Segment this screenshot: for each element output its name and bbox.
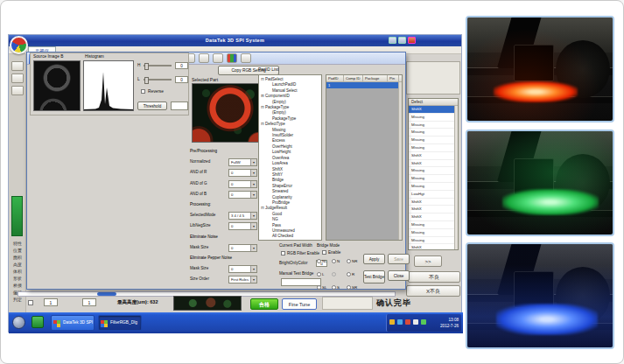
- h-slider[interactable]: [144, 65, 172, 66]
- rgb-filter-enable-option[interactable]: RGB Filter Enable: [281, 251, 319, 256]
- tray-icon[interactable]: [413, 319, 418, 325]
- bridge-direction-radio[interactable]: NL: [317, 259, 332, 263]
- pad-table-row[interactable]: 1: [326, 82, 402, 88]
- defect-row[interactable]: Missing: [409, 175, 458, 183]
- param-select[interactable]: First Rules: [228, 276, 257, 284]
- h-slider-thumb[interactable]: [144, 63, 149, 70]
- defect-row[interactable]: ShiftX: [409, 199, 458, 206]
- bridge-direction-radio[interactable]: NR: [347, 259, 361, 263]
- defect-row[interactable]: Missing: [409, 144, 458, 152]
- palette-icon[interactable]: [227, 53, 237, 63]
- start-button[interactable]: [12, 316, 25, 329]
- save-button[interactable]: Save: [388, 254, 410, 264]
- bridge-direction-radio[interactable]: R: [347, 272, 361, 276]
- bridge-enable-option[interactable]: Enable: [322, 250, 340, 255]
- tree-item-label: (Empty): [272, 100, 286, 104]
- apply-button[interactable]: Apply: [363, 254, 385, 264]
- pad-table-scrollbar[interactable]: [398, 82, 402, 240]
- param-select[interactable]: 0: [228, 169, 257, 177]
- reverse-option[interactable]: Reverse: [141, 89, 190, 94]
- l-value[interactable]: 0: [175, 76, 188, 83]
- maximize-button[interactable]: [398, 37, 406, 44]
- bridge-direction-radio[interactable]: N: [332, 259, 347, 263]
- status-row: 1 1 最高高度(um): 632 合格 Fine Tune 确认完毕: [9, 298, 463, 312]
- taskbar-clock: 13:08 2012-7-26: [440, 317, 459, 329]
- defect-row[interactable]: Missing: [409, 221, 458, 229]
- taskbar-item-spi[interactable]: DataTek 3D SPI ...: [51, 315, 95, 331]
- defect-row[interactable]: ShiftX: [409, 206, 458, 214]
- threshold-value[interactable]: [171, 102, 188, 110]
- h-value[interactable]: 0: [175, 62, 188, 69]
- tree-item-label: PackageType: [272, 116, 296, 121]
- defect-scrollbar[interactable]: [454, 106, 458, 249]
- bridge-direction-label: NL: [322, 259, 327, 263]
- defect-row[interactable]: ShiftX: [409, 106, 458, 114]
- defect-row[interactable]: Missing: [409, 237, 458, 245]
- tray-icon[interactable]: [389, 319, 395, 325]
- status-value-1[interactable]: 1: [44, 298, 58, 306]
- param-select[interactable]: 0: [228, 180, 257, 188]
- left-tool-button[interactable]: [11, 74, 24, 83]
- defect-row[interactable]: LowHgt: [409, 191, 458, 199]
- defect-row[interactable]: ShiftX: [409, 214, 458, 221]
- quick-launch-icon[interactable]: [32, 316, 44, 328]
- ng-all-button[interactable]: X不良: [406, 285, 460, 297]
- measure-icon[interactable]: [199, 53, 209, 63]
- l-slider[interactable]: [144, 79, 172, 80]
- windows-flag-icon: [53, 320, 60, 327]
- tree-item[interactable]: All Checked: [261, 234, 321, 239]
- ng-button[interactable]: 不良: [408, 271, 460, 283]
- bridge-direction-radio[interactable]: SL: [317, 285, 332, 290]
- close-dialog-button[interactable]: Close: [388, 270, 410, 281]
- taskbar-item-filter-dialog[interactable]: FilterRGB_Dlg: [98, 315, 142, 331]
- status-value-2[interactable]: 1: [82, 298, 96, 306]
- tray-icon[interactable]: [397, 319, 403, 325]
- defect-row[interactable]: Missing: [409, 129, 458, 136]
- bridge-direction-radio[interactable]: S: [332, 285, 347, 290]
- defect-row[interactable]: ShiftX: [409, 160, 458, 168]
- threshold-button[interactable]: Threshold: [137, 102, 167, 110]
- reverse-label: Reverse: [148, 89, 164, 94]
- defect-row[interactable]: Missing: [409, 114, 458, 122]
- tree-item-label: LaunchPadID: [272, 82, 296, 87]
- defect-row[interactable]: ShiftX: [409, 152, 458, 160]
- param-select[interactable]: 0: [228, 244, 257, 252]
- radio-icon: [317, 285, 321, 290]
- tray-icon[interactable]: [405, 319, 410, 325]
- param-select[interactable]: 0: [228, 191, 257, 199]
- reverse-checkbox[interactable]: [141, 89, 145, 94]
- window-controls: [389, 37, 416, 44]
- bridge-enable-checkbox[interactable]: [322, 250, 326, 255]
- l-slider-thumb[interactable]: [144, 77, 149, 84]
- defect-row[interactable]: Missing: [409, 183, 458, 191]
- defect-row[interactable]: Missing: [409, 136, 458, 144]
- param-select[interactable]: 0: [228, 222, 257, 230]
- defect-row[interactable]: Missing: [409, 167, 458, 175]
- brush-icon[interactable]: [213, 53, 223, 63]
- scrollbar-handle[interactable]: [97, 292, 116, 296]
- fine-tune-button[interactable]: Fine Tune: [282, 298, 317, 310]
- manual-test-bridge-input[interactable]: [281, 278, 321, 286]
- tray-icon[interactable]: [421, 319, 426, 325]
- param-select[interactable]: 3 4 / 4 5: [228, 212, 257, 220]
- param-select[interactable]: 0: [228, 265, 257, 273]
- taskbar: DataTek 3D SPI ... FilterRGB_Dlg 13:08 2…: [9, 312, 463, 333]
- rgb-filter-checkbox[interactable]: [281, 251, 285, 256]
- more-button[interactable]: >>: [414, 256, 442, 267]
- left-tool-button[interactable]: [11, 86, 24, 95]
- defect-row[interactable]: Missing: [409, 122, 458, 130]
- defect-row[interactable]: ShiftX: [409, 244, 458, 250]
- pass-button[interactable]: 合格: [250, 298, 278, 310]
- status-checkbox[interactable]: [28, 300, 33, 305]
- bridge-direction-radio[interactable]: SR: [347, 285, 361, 290]
- param-label: Mask Size: [190, 245, 208, 249]
- bridge-direction-radio[interactable]: L: [317, 272, 332, 276]
- close-button[interactable]: [408, 37, 416, 44]
- minimize-button[interactable]: [389, 37, 396, 44]
- param-select[interactable]: FullW: [228, 158, 257, 166]
- bridge-direction-radio[interactable]: [332, 272, 347, 276]
- help-icon[interactable]: [241, 53, 251, 63]
- left-tool-button[interactable]: [11, 61, 24, 71]
- defect-row[interactable]: Missing: [409, 229, 458, 237]
- test-bridge-button[interactable]: Test Bridge: [363, 270, 385, 284]
